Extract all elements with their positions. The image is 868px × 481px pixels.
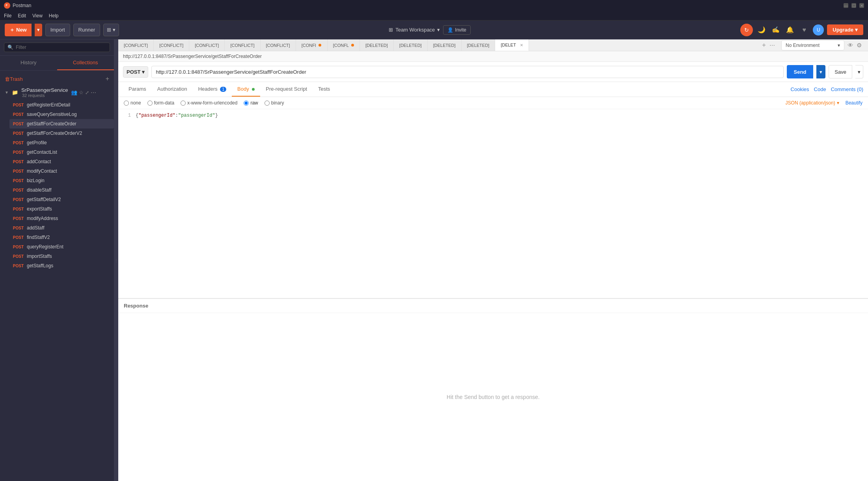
body-urlencoded-option[interactable]: x-www-form-urlencoded [181,100,237,106]
sidebar-new-collection-icon[interactable]: + [106,75,109,82]
sidebar: 🔍 History Collections 🗑 Trash + ▼ 📁 SrPa… [0,39,114,481]
heart-icon-button[interactable]: ♥ [799,24,810,35]
sidebar-resize-handle[interactable]: ⋮ [114,39,118,481]
menu-view[interactable]: View [32,13,43,19]
close-button[interactable]: ✕ [859,3,864,8]
minimize-button[interactable]: — [844,3,848,8]
settings-icon-button[interactable]: ⚙ [857,42,862,49]
body-form-data-option[interactable]: form-data [147,100,174,106]
star-icon: ☆ [79,89,84,95]
bell-icon-button[interactable]: 🔔 [784,24,795,35]
code-link[interactable]: Code [814,86,826,92]
sidebar-tabs: History Collections [0,56,114,71]
tab-item[interactable]: [DELETED] [360,39,394,51]
layout-icon-button[interactable]: ⊞ ▾ [103,24,119,36]
tab-pre-request-script[interactable]: Pre-request Script [260,82,313,97]
tab-history[interactable]: History [0,56,57,70]
list-item[interactable]: POST getStaffLogs [9,261,114,270]
list-item[interactable]: POST exportStaffs [9,204,114,214]
body-none-option[interactable]: none [124,100,141,106]
body-raw-option[interactable]: raw [244,100,258,106]
tab-params[interactable]: Params [123,82,152,97]
team-workspace-button[interactable]: ⊞ Team Workspace ▾ [389,27,440,33]
send-dropdown-button[interactable]: ▾ [816,65,825,78]
eye-button[interactable]: 👁 [848,42,853,48]
tab-dot-indicator [351,44,354,47]
list-item[interactable]: POST saveQuerySensitiveLog [9,110,114,119]
new-button[interactable]: ＋ New [5,24,32,36]
moon-icon-button[interactable]: 🌙 [756,24,767,35]
method-badge: POST [11,216,24,221]
upgrade-button[interactable]: Upgrade ▾ [827,24,863,35]
sidebar-search-area: 🔍 [0,39,114,56]
list-item[interactable]: POST getContactList [9,147,114,157]
menu-file[interactable]: File [4,13,11,19]
tab-item[interactable]: [CONFLICT] [154,39,189,51]
list-item[interactable]: POST getStaffDetailV2 [9,195,114,204]
list-item[interactable]: POST importStaffs [9,252,114,261]
maximize-button[interactable]: ☐ [851,3,856,8]
tab-item[interactable]: [CONFLICT] [189,39,225,51]
tab-collections[interactable]: Collections [57,56,114,70]
environment-selector[interactable]: No Environment ▾ [781,40,844,50]
comments-link[interactable]: Comments (0) [831,86,863,92]
new-dropdown-button[interactable]: ▾ [35,24,42,36]
tab-item[interactable]: [CONFLICT] [118,39,154,51]
save-button[interactable]: Save [829,65,852,78]
menu-help[interactable]: Help [49,13,59,19]
user-avatar[interactable]: U [813,24,824,35]
method-selector[interactable]: POST ▾ [123,66,148,78]
list-item[interactable]: POST disableStaff [9,185,114,195]
expand-icon[interactable]: ⤢ [85,90,89,95]
more-tabs-button[interactable]: ⋯ [769,42,775,48]
code-editor[interactable]: 1 {"passengerId":"passengerId"} [118,109,868,298]
method-badge: POST [11,245,24,249]
collection-header[interactable]: ▼ 📁 SrPassengerService 32 requests 👥 ☆ ⤢… [0,85,114,100]
save-dropdown-button[interactable]: ▾ [855,65,863,78]
invite-button[interactable]: 👤 Invite [443,25,471,35]
send-button[interactable]: Send [787,65,814,78]
list-item[interactable]: POST getProfile [9,138,114,147]
method-badge: POST [11,169,24,173]
tab-tests[interactable]: Tests [313,82,335,97]
tab-item-active[interactable]: [DELET ✕ [495,39,529,51]
beautify-button[interactable]: Beautify [846,100,862,106]
list-item[interactable]: POST queryRegisterEnt [9,242,114,252]
menu-edit[interactable]: Edit [18,13,26,19]
list-item[interactable]: POST findStaffV2 [9,233,114,242]
tab-authorization[interactable]: Authorization [152,82,193,97]
list-item[interactable]: POST getStaffForCreateOrderV2 [9,129,114,138]
list-item[interactable]: POST modifyContact [9,166,114,176]
import-button[interactable]: Import [45,24,70,36]
more-options-icon[interactable]: ⋯ [91,89,96,96]
tab-item[interactable]: [CONFI [296,39,328,51]
tab-item[interactable]: [CONFLICT] [225,39,260,51]
list-item[interactable]: POST addContact [9,157,114,166]
tab-item[interactable]: [DELETED] [394,39,428,51]
runner-button[interactable]: Runner [73,24,101,36]
list-item[interactable]: POST modifyAddress [9,214,114,223]
tab-label: [CONFLICT] [266,43,290,48]
tab-close-icon[interactable]: ✕ [520,43,523,47]
feather-icon-button[interactable]: ✍ [770,24,781,35]
tab-headers[interactable]: Headers 1 [193,82,232,97]
list-item[interactable]: POST getStaffForCreateOrder [9,119,114,129]
method-badge: POST [11,103,24,107]
refresh-button[interactable]: ↻ [740,24,753,36]
cookies-link[interactable]: Cookies [791,86,809,92]
tab-body[interactable]: Body [232,82,260,97]
url-input[interactable] [151,66,783,78]
search-input[interactable] [16,45,106,50]
code-content[interactable]: {"passengerId":"passengerId"} [136,113,218,118]
json-type-selector[interactable]: JSON (application/json) ▾ [786,100,839,106]
list-item[interactable]: POST addStaff [9,223,114,233]
list-item[interactable]: POST bizLogin [9,176,114,185]
add-tab-button[interactable]: ＋ [761,41,767,49]
tab-item[interactable]: [CONFL [328,39,360,51]
body-binary-option[interactable]: binary [264,100,284,106]
list-item[interactable]: POST getRegisterEntDetail [9,100,114,110]
trash-item[interactable]: 🗑 Trash + [0,73,114,85]
tab-item[interactable]: [CONFLICT] [261,39,296,51]
tab-item[interactable]: [DELETED] [462,39,495,51]
tab-item[interactable]: [DELETED] [428,39,462,51]
